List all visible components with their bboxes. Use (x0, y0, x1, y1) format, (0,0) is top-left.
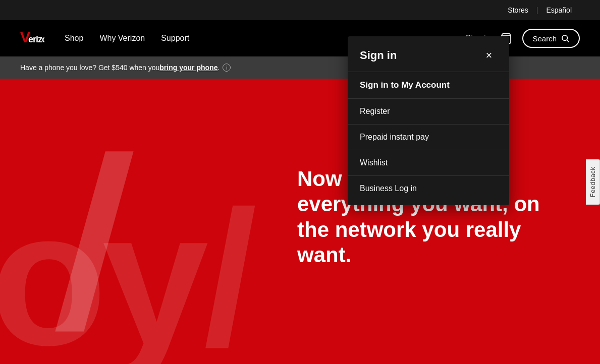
svg-text:erizon: erizon (28, 34, 44, 44)
feedback-tab[interactable]: Feedback (586, 159, 600, 205)
svg-line-4 (567, 40, 569, 42)
language-link[interactable]: Español (538, 6, 580, 14)
menu-item-signin: Sign in to My Account (348, 72, 509, 98)
signin-dropdown: Sign in × Sign in to My Account Register… (348, 36, 509, 205)
register-link[interactable]: Register (348, 99, 509, 124)
svg-point-3 (562, 35, 568, 41)
hero-section: oy/ / Now you can have everything you wa… (0, 79, 600, 364)
menu-item-wishlist: Wishlist (348, 150, 509, 175)
info-icon[interactable]: i (223, 64, 231, 72)
utility-bar: Stores | Español (0, 0, 600, 20)
search-icon (561, 34, 570, 43)
search-button[interactable]: Search (522, 29, 580, 48)
signin-dropdown-title: Sign in (360, 49, 397, 62)
stores-link[interactable]: Stores (500, 6, 536, 14)
search-label: Search (532, 34, 557, 43)
promo-link[interactable]: bring your phone (159, 64, 217, 72)
promo-period: . (217, 64, 220, 72)
signin-my-account-link[interactable]: Sign in to My Account (348, 72, 509, 98)
why-verizon-link[interactable]: Why Verizon (99, 34, 145, 43)
main-nav: V erizon Shop Why Verizon Support Sign i… (0, 20, 600, 56)
feedback-tab-container: Feedback (586, 159, 600, 205)
wishlist-link[interactable]: Wishlist (348, 150, 509, 175)
prepaid-link[interactable]: Prepaid instant pay (348, 125, 509, 150)
business-login-link[interactable]: Business Log in (348, 176, 509, 201)
menu-item-business: Business Log in (348, 175, 509, 201)
promo-banner: Have a phone you love? Get $540 when you… (0, 56, 600, 79)
promo-text: Have a phone you love? Get $540 when you (20, 64, 159, 72)
shop-link[interactable]: Shop (65, 34, 83, 43)
signin-menu: Sign in to My Account Register Prepaid i… (348, 72, 509, 201)
support-link[interactable]: Support (161, 34, 189, 43)
menu-item-prepaid: Prepaid instant pay (348, 124, 509, 150)
signin-close-button[interactable]: × (481, 47, 497, 64)
menu-item-register: Register (348, 98, 509, 124)
signin-dropdown-header: Sign in × (348, 36, 509, 72)
verizon-logo[interactable]: V erizon (20, 28, 44, 48)
